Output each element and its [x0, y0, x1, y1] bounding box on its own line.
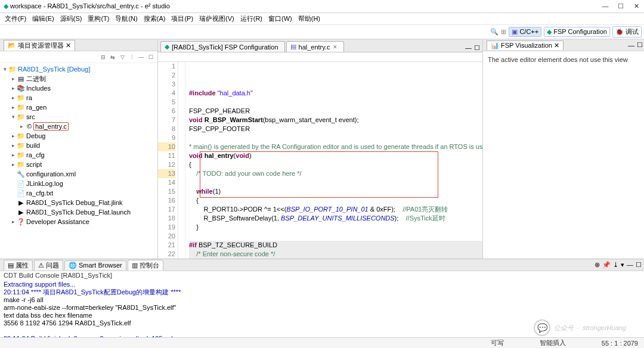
tree-node[interactable]: ▸❓Developer Assistance: [0, 217, 157, 226]
tree-twisty[interactable]: ▸: [10, 161, 17, 167]
editor-area: ◆[RA8D1_SysTick] FSP Configuration ▤hal_…: [158, 39, 483, 259]
perspective-debug[interactable]: 🐞 调试: [612, 26, 642, 38]
perspective-fsp[interactable]: ◆ FSP Configuration: [544, 27, 610, 37]
code-line[interactable]: #if BSP_TZ_SECURE_BUILD: [189, 241, 482, 250]
tree-node[interactable]: ▶RA8D1_SysTick Debug_Flat.jlink: [0, 198, 157, 207]
console-scroll-icon[interactable]: ⤓: [613, 261, 618, 269]
menu-item[interactable]: 运行(R): [238, 13, 265, 24]
perspective-ccpp[interactable]: ▣ C/C++: [509, 27, 541, 37]
tree-twisty[interactable]: ▸: [10, 219, 17, 225]
close-button[interactable]: ✕: [632, 2, 640, 10]
code-line[interactable]: [189, 98, 482, 107]
menu-item[interactable]: 项目(P): [169, 13, 196, 24]
menu-item[interactable]: 帮助(H): [296, 13, 323, 24]
code-line[interactable]: [189, 133, 482, 142]
tree-node[interactable]: ▾📁src: [0, 112, 157, 122]
tree-twisty[interactable]: ▸: [10, 95, 17, 101]
code-line[interactable]: /* TODO: add your own code here */: [189, 169, 482, 178]
tree-twisty[interactable]: ▸: [10, 76, 17, 82]
tree-twisty[interactable]: ▾: [10, 114, 17, 120]
tab-smart-browser[interactable]: 🌐 Smart Browser: [64, 260, 126, 270]
code-line[interactable]: R_BSP_SoftwareDelay(1, BSP_DELAY_UNITS_M…: [189, 214, 482, 223]
console-clear-icon[interactable]: ⊗: [595, 261, 600, 269]
menu-item[interactable]: 重构(T): [85, 13, 112, 24]
tree-twisty[interactable]: ▸: [10, 104, 17, 110]
maximize-view-icon[interactable]: ☐: [147, 53, 155, 61]
open-type-icon[interactable]: ⊞: [501, 28, 506, 36]
tree-node[interactable]: ▸📁ra_cfg: [0, 150, 157, 160]
code-line[interactable]: /* Enter non-secure code */: [189, 250, 482, 259]
code-line[interactable]: [189, 232, 482, 241]
tab-console[interactable]: ▥ 控制台: [128, 260, 163, 271]
menu-item[interactable]: 文件(F): [2, 13, 29, 24]
code-line[interactable]: FSP_CPP_HEADER: [189, 107, 482, 116]
code-line[interactable]: FSP_CPP_FOOTER: [189, 125, 482, 133]
tree-node[interactable]: 🔧configuration.xml: [0, 169, 157, 179]
close-icon[interactable]: ✕: [333, 44, 338, 50]
code-line[interactable]: #include "hal_data.h": [189, 89, 482, 98]
code-editor[interactable]: 1234567891011121314151617181920212223242…: [158, 62, 482, 259]
code-line[interactable]: }: [189, 223, 482, 232]
view-max-icon[interactable]: ☐: [636, 41, 644, 49]
view-menu-icon[interactable]: ⋮: [128, 53, 136, 61]
tree-twisty[interactable]: ▸: [18, 123, 25, 129]
quick-access-icon[interactable]: 🔍: [490, 28, 499, 36]
collapse-all-icon[interactable]: ⊟: [99, 53, 107, 61]
maximize-button[interactable]: ☐: [617, 2, 625, 10]
code-line[interactable]: [189, 178, 482, 187]
console-output[interactable]: Extracting support files...20:11:04 ****…: [0, 279, 644, 337]
project-root[interactable]: RA8D1_SysTick [Debug]: [17, 66, 90, 73]
menu-item[interactable]: 编辑(E): [30, 13, 57, 24]
code-line[interactable]: void R_BSP_WarmStart(bsp_warm_start_even…: [189, 116, 482, 125]
tree-node[interactable]: ▶RA8D1_SysTick Debug_Flat.launch: [0, 207, 157, 217]
status-insert: 智能插入: [540, 338, 566, 347]
link-editor-icon[interactable]: ⇆: [109, 53, 117, 61]
tab-hal-entry[interactable]: ▤hal_entry.c✕: [286, 41, 344, 52]
tree-twisty[interactable]: ▸: [10, 85, 17, 91]
tab-fsp-config[interactable]: ◆[RA8D1_SysTick] FSP Configuration: [160, 41, 285, 52]
tree-twisty[interactable]: ▾: [1, 66, 8, 72]
code-line[interactable]: {: [189, 160, 482, 169]
code-line[interactable]: while(1): [189, 187, 482, 196]
title-bar: ◆ workspace - RA8D1_SysTick/src/hal_entr…: [0, 0, 644, 13]
view-tab-explorer[interactable]: 📂 项目资源管理器 ✕: [4, 40, 75, 51]
minimize-view-icon[interactable]: —: [137, 53, 145, 61]
tree-twisty[interactable]: ▸: [10, 142, 17, 148]
code-line[interactable]: void hal_entry(void): [189, 151, 482, 160]
console-max-icon[interactable]: ☐: [636, 261, 642, 269]
tree-twisty[interactable]: ▸: [10, 152, 17, 158]
tree-node[interactable]: ▸📁build: [0, 141, 157, 150]
menu-item[interactable]: 瑞萨视图(V): [197, 13, 237, 24]
tree-node[interactable]: ▸📁ra: [0, 93, 157, 102]
tab-properties[interactable]: ▤ 属性: [4, 260, 33, 271]
view-min-icon[interactable]: —: [627, 42, 636, 49]
editor-max-icon[interactable]: ☐: [474, 44, 480, 52]
tree-node[interactable]: ▸©hal_entry.c: [0, 122, 157, 131]
tree-node[interactable]: ▸▤二进制: [0, 74, 157, 83]
minimize-button[interactable]: —: [601, 2, 609, 10]
filter-icon[interactable]: ▽: [118, 53, 126, 61]
tab-problems[interactable]: ⚠ 问题: [34, 260, 63, 271]
editor-min-icon[interactable]: —: [465, 44, 472, 52]
console-line: Extracting support files...: [4, 281, 640, 288]
menu-item[interactable]: 窗口(W): [266, 13, 295, 24]
tree-node[interactable]: ▸📚Includes: [0, 83, 157, 93]
menu-item[interactable]: 导航(N): [113, 13, 140, 24]
tree-node[interactable]: 📄ra_cfg.txt: [0, 188, 157, 198]
console-select-icon[interactable]: ▾: [621, 261, 624, 269]
tree-twisty[interactable]: ▸: [10, 133, 17, 139]
console-pin-icon[interactable]: 📌: [602, 261, 611, 269]
fldp-icon: 📁: [17, 161, 25, 169]
tree-node[interactable]: ▸📁script: [0, 160, 157, 169]
code-line[interactable]: {: [189, 196, 482, 205]
console-min-icon[interactable]: —: [627, 261, 633, 269]
tree-node[interactable]: ▸📁ra_gen: [0, 102, 157, 112]
tree-node[interactable]: 📄JLinkLog.log: [0, 179, 157, 188]
tree-label: ra_cfg.txt: [25, 189, 53, 197]
code-line[interactable]: R_PORT10->PODR ^= 1<<(BSP_IO_PORT_10_PIN…: [189, 205, 482, 214]
code-line[interactable]: * main() is generated by the RA Configur…: [189, 142, 482, 151]
view-tab-fsp-vis[interactable]: 📊 FSP Visualization ✕: [487, 41, 564, 50]
menu-item[interactable]: 源码(S): [58, 13, 85, 24]
tree-node[interactable]: ▸📁Debug: [0, 131, 157, 141]
menu-item[interactable]: 搜索(A): [141, 13, 168, 24]
